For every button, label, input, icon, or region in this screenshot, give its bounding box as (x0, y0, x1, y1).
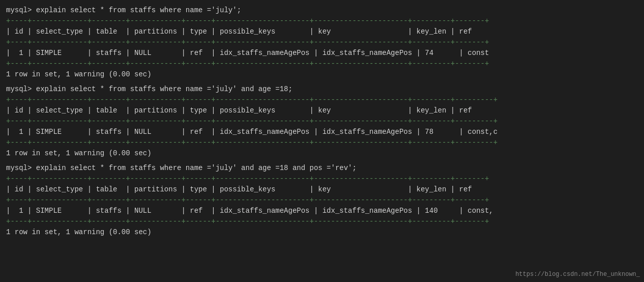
watermark: https://blog.csdn.net/The_unknown_ (515, 271, 640, 278)
result-2: 1 row in set, 1 warning (0.00 sec) (6, 148, 638, 159)
separator-bot-1: +----+-------------+--------+-----------… (6, 59, 638, 69)
data-row-1: | 1 | SIMPLE | staffs | NULL | ref | idx… (6, 48, 638, 59)
separator-bot-2: +----+-------------+--------+-----------… (6, 137, 638, 148)
command-1: mysql> explain select * from staffs wher… (6, 5, 638, 16)
header-1: | id | select_type | table | partitions … (6, 26, 638, 37)
header-3: | id | select_type | table | partitions … (6, 184, 638, 195)
command-2: mysql> explain select * from staffs wher… (6, 84, 638, 95)
terminal: mysql> explain select * from staffs wher… (6, 5, 638, 238)
query-block-2: mysql> explain select * from staffs wher… (6, 84, 638, 159)
result-1: 1 row in set, 1 warning (0.00 sec) (6, 69, 638, 80)
command-3: mysql> explain select * from staffs wher… (6, 163, 638, 174)
header-2: | id | select_type | table | partitions … (6, 105, 638, 116)
separator-mid-3: +----+-------------+--------+-----------… (6, 195, 638, 206)
query-block-3: mysql> explain select * from staffs wher… (6, 163, 638, 238)
data-row-3: | 1 | SIMPLE | staffs | NULL | ref | idx… (6, 206, 638, 216)
separator-mid-2: +----+-------------+--------+-----------… (6, 116, 638, 127)
data-row-2: | 1 | SIMPLE | staffs | NULL | ref | idx… (6, 127, 638, 137)
separator-mid-1: +----+-------------+--------+-----------… (6, 37, 638, 48)
table-3: +----+-------------+--------+-----------… (6, 174, 638, 227)
separator-top-1: +----+-------------+--------+-----------… (6, 16, 638, 26)
result-3: 1 row in set, 1 warning (0.00 sec) (6, 227, 638, 238)
table-2: +----+-------------+--------+-----------… (6, 95, 638, 148)
query-block-1: mysql> explain select * from staffs wher… (6, 5, 638, 80)
separator-top-2: +----+-------------+--------+-----------… (6, 95, 638, 105)
separator-bot-3: +----+-------------+--------+-----------… (6, 216, 638, 227)
table-1: +----+-------------+--------+-----------… (6, 16, 638, 69)
separator-top-3: +----+-------------+--------+-----------… (6, 174, 638, 184)
